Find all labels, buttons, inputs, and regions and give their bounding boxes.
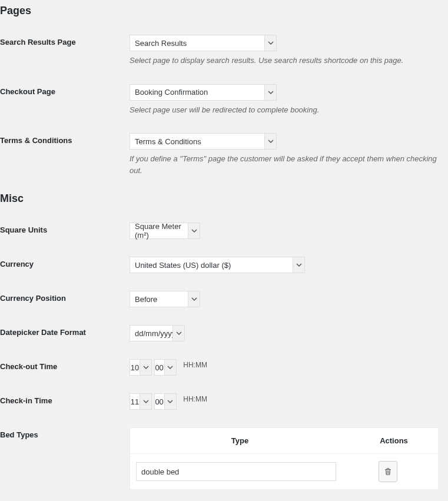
pages-table: Search Results Page Search Results Selec… bbox=[0, 29, 448, 188]
checkout-page-label: Checkout Page bbox=[0, 78, 130, 128]
currency-position-value: Before bbox=[130, 291, 188, 307]
terms-desc: If you define a "Terms" page the custome… bbox=[130, 153, 442, 176]
check-in-label: Check-in Time bbox=[0, 387, 130, 422]
square-units-select[interactable]: Square Meter (m²) bbox=[130, 223, 200, 239]
currency-select[interactable]: United States (US) dollar ($) bbox=[130, 257, 305, 273]
checkout-page-select[interactable]: Booking Confirmation bbox=[130, 84, 277, 101]
currency-value: United States (US) dollar ($) bbox=[130, 257, 293, 273]
check-out-mm-value: 00 bbox=[155, 360, 164, 375]
chevron-down-icon bbox=[264, 85, 276, 100]
square-units-value: Square Meter (m²) bbox=[130, 223, 188, 238]
date-format-select[interactable]: dd/mm/yyyy bbox=[130, 325, 185, 341]
bed-types-table: Type Actions bbox=[130, 427, 439, 490]
check-out-label: Check-out Time bbox=[0, 353, 130, 387]
check-out-hh-select[interactable]: 10 bbox=[130, 359, 152, 376]
currency-position-label: Currency Position bbox=[0, 285, 130, 319]
terms-label: Terms & Conditions bbox=[0, 127, 130, 188]
chevron-down-icon bbox=[164, 360, 176, 375]
misc-table: Square Units Square Meter (m²) Currency … bbox=[0, 217, 448, 501]
checkout-page-value: Booking Confirmation bbox=[130, 85, 264, 100]
check-out-hint: HH:MM bbox=[183, 359, 207, 371]
check-in-hint: HH:MM bbox=[183, 393, 207, 405]
check-in-mm-value: 00 bbox=[155, 394, 164, 409]
terms-value: Terms & Conditions bbox=[130, 134, 264, 149]
search-results-desc: Select page to display search results. U… bbox=[130, 55, 442, 67]
check-out-mm-select[interactable]: 00 bbox=[154, 359, 177, 376]
currency-label: Currency bbox=[0, 251, 130, 285]
chevron-down-icon bbox=[293, 257, 304, 273]
chevron-down-icon bbox=[188, 291, 200, 307]
search-results-label: Search Results Page bbox=[0, 29, 130, 78]
table-row bbox=[130, 454, 438, 489]
bed-types-header: Type Actions bbox=[130, 428, 438, 454]
chevron-down-icon bbox=[164, 394, 176, 409]
misc-heading: Misc bbox=[0, 193, 448, 205]
check-out-hh-value: 10 bbox=[130, 360, 140, 375]
trash-icon bbox=[384, 467, 392, 476]
chevron-down-icon bbox=[264, 134, 276, 149]
check-in-mm-select[interactable]: 00 bbox=[154, 393, 177, 410]
date-format-value: dd/mm/yyyy bbox=[130, 326, 172, 341]
chevron-down-icon bbox=[172, 326, 184, 341]
check-in-hh-value: 11 bbox=[130, 394, 140, 409]
chevron-down-icon bbox=[140, 360, 151, 375]
bed-types-col-type: Type bbox=[130, 428, 350, 453]
bed-type-input[interactable] bbox=[136, 462, 336, 481]
terms-select[interactable]: Terms & Conditions bbox=[130, 133, 277, 150]
search-results-value: Search Results bbox=[130, 35, 264, 51]
checkout-page-desc: Select page user will be redirected to c… bbox=[130, 104, 442, 116]
bed-types-col-actions: Actions bbox=[350, 428, 438, 453]
chevron-down-icon bbox=[188, 223, 200, 238]
bed-types-label: Bed Types bbox=[0, 422, 130, 501]
square-units-label: Square Units bbox=[0, 217, 130, 251]
check-in-hh-select[interactable]: 11 bbox=[130, 393, 152, 410]
date-format-label: Datepicker Date Format bbox=[0, 319, 130, 353]
chevron-down-icon bbox=[140, 394, 151, 409]
delete-button[interactable] bbox=[379, 461, 397, 482]
pages-heading: Pages bbox=[0, 5, 448, 17]
chevron-down-icon bbox=[264, 35, 276, 51]
search-results-select[interactable]: Search Results bbox=[130, 35, 277, 51]
currency-position-select[interactable]: Before bbox=[130, 291, 200, 307]
